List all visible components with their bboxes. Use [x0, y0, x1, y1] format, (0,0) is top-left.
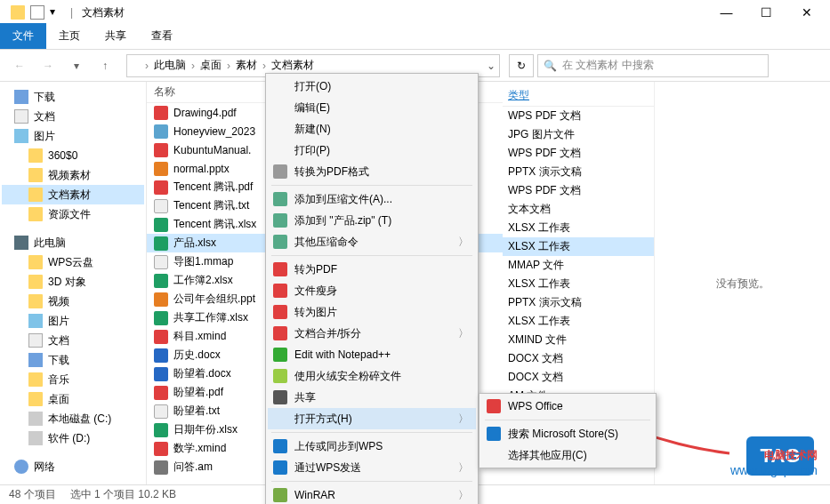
preview-empty-text: 没有预览。: [716, 276, 770, 292]
menu-item[interactable]: 搜索 Microsoft Store(S): [481, 423, 654, 444]
menu-item[interactable]: 转换为PDF格式: [268, 161, 476, 182]
menu-icon: [273, 348, 287, 362]
back-button[interactable]: ←: [7, 53, 32, 78]
address-dropdown-icon[interactable]: ⌄: [487, 60, 496, 72]
menu-item[interactable]: WinRAR〉: [268, 484, 476, 504]
tab-file[interactable]: 文件: [0, 23, 46, 49]
menu-item[interactable]: 打开(O): [268, 76, 476, 97]
menu-icon: [487, 427, 501, 441]
up-button[interactable]: ↑: [93, 53, 117, 78]
tree-item[interactable]: 图片: [2, 126, 144, 146]
file-icon: [154, 274, 168, 288]
history-dropdown[interactable]: ▾: [64, 53, 89, 78]
menu-item[interactable]: 使用火绒安全粉碎文件: [268, 365, 476, 387]
menu-item[interactable]: 其他压缩命令〉: [268, 231, 476, 252]
open-with-submenu[interactable]: WPS Office搜索 Microsoft Store(S)选择其他应用(C): [479, 393, 657, 468]
tab-view[interactable]: 查看: [139, 23, 185, 49]
tree-item[interactable]: WPS云盘: [2, 252, 144, 272]
menu-item[interactable]: 添加到 "产品.zip" (T): [268, 210, 476, 231]
file-icon: [154, 386, 168, 400]
menu-item[interactable]: 打开方式(H)〉: [268, 408, 476, 429]
folder-icon: [28, 168, 43, 182]
submenu-arrow-icon: 〉: [458, 488, 469, 503]
menu-item[interactable]: 通过WPS发送〉: [268, 457, 476, 478]
search-input[interactable]: 🔍 在 文档素材 中搜索: [537, 54, 769, 77]
menu-item[interactable]: 打印(P): [268, 140, 476, 161]
column-type[interactable]: 类型: [503, 85, 654, 107]
file-icon: [154, 404, 168, 419]
file-icon: [154, 124, 168, 139]
tree-item[interactable]: 本地磁盘 (C:): [2, 409, 144, 428]
menu-icon: [273, 164, 287, 179]
folder-icon: [28, 294, 43, 308]
tab-share[interactable]: 共享: [93, 23, 139, 49]
menu-item[interactable]: Edit with Notepad++: [268, 344, 476, 365]
qat-icon[interactable]: [30, 5, 44, 20]
breadcrumb[interactable]: 桌面: [197, 58, 225, 73]
qat-dropdown-icon[interactable]: ▾: [50, 5, 64, 20]
menu-item[interactable]: 共享: [268, 387, 476, 408]
menu-icon: [273, 488, 287, 502]
tree-item[interactable]: 网络: [2, 457, 144, 476]
file-icon: [154, 255, 168, 269]
menu-item[interactable]: WPS Office: [481, 396, 654, 417]
context-menu[interactable]: 打开(O)编辑(E)新建(N)打印(P)转换为PDF格式添加到压缩文件(A)..…: [265, 73, 479, 504]
tree-item[interactable]: 文档: [2, 331, 144, 350]
tree-item[interactable]: 文档: [2, 107, 144, 126]
menu-item[interactable]: 新建(N): [268, 118, 476, 140]
tree-item[interactable]: 软件 (D:): [2, 428, 144, 448]
menu-item[interactable]: 转为图片: [268, 301, 476, 323]
tree-item[interactable]: 视频: [2, 292, 144, 311]
type-cell: PPTX 演示文稿: [503, 163, 654, 181]
menu-item[interactable]: 添加到压缩文件(A)...: [268, 188, 476, 210]
menu-icon: [273, 460, 287, 475]
navigation-tree[interactable]: 下载文档图片360$0视频素材文档素材资源文件此电脑WPS云盘3D 对象视频图片…: [0, 82, 147, 486]
folder-icon: [28, 333, 43, 348]
menu-item[interactable]: 文件瘦身: [268, 280, 476, 301]
refresh-button[interactable]: ↻: [509, 54, 534, 77]
tree-item[interactable]: 桌面: [2, 389, 144, 409]
maximize-button[interactable]: ☐: [746, 0, 786, 25]
close-button[interactable]: ✕: [786, 0, 826, 25]
tree-item[interactable]: 下载: [2, 350, 144, 370]
tree-item[interactable]: 视频素材: [2, 165, 144, 185]
breadcrumb[interactable]: 素材: [232, 58, 261, 73]
title-bar: ▾ | 文档素材 — ☐ ✕: [0, 0, 830, 25]
type-cell: PPTX 演示文稿: [503, 293, 654, 312]
tree-item[interactable]: 文档素材: [2, 185, 144, 204]
file-icon: [154, 311, 168, 325]
search-icon: 🔍: [544, 60, 557, 72]
type-cell: DOCX 文档: [503, 368, 654, 387]
folder-icon: [28, 255, 43, 269]
tree-item[interactable]: 3D 对象: [2, 272, 144, 292]
file-icon: [154, 348, 168, 363]
folder-icon: [28, 188, 43, 202]
menu-item[interactable]: 上传或同步到WPS: [268, 436, 476, 457]
tree-item[interactable]: 图片: [2, 311, 144, 331]
tree-item[interactable]: 资源文件: [2, 204, 144, 224]
tree-item[interactable]: 音乐: [2, 370, 144, 389]
forward-button[interactable]: →: [36, 53, 60, 78]
menu-item[interactable]: 转为PDF: [268, 259, 476, 280]
breadcrumb[interactable]: 文档素材: [268, 58, 318, 73]
folder-icon: [28, 431, 43, 445]
breadcrumb[interactable]: 此电脑: [150, 58, 189, 73]
menu-icon: [273, 284, 287, 298]
menu-icon: [487, 399, 501, 413]
submenu-arrow-icon: 〉: [458, 326, 469, 341]
tab-home[interactable]: 主页: [46, 23, 93, 49]
tree-item[interactable]: 此电脑: [2, 233, 144, 252]
type-cell: WPS PDF 文档: [503, 181, 654, 200]
menu-item[interactable]: 文档合并/拆分〉: [268, 323, 476, 344]
menu-item[interactable]: 编辑(E): [268, 97, 476, 118]
file-icon: [154, 180, 168, 195]
tree-item[interactable]: 360$0: [2, 146, 144, 165]
submenu-arrow-icon: 〉: [458, 412, 469, 427]
status-selected: 选中 1 个项目 10.2 KB: [70, 487, 176, 502]
menu-item[interactable]: 选择其他应用(C): [481, 444, 654, 466]
menu-icon: [273, 369, 287, 383]
file-icon: [154, 292, 168, 307]
tree-item[interactable]: 下载: [2, 87, 144, 107]
file-icon: [154, 423, 168, 437]
minimize-button[interactable]: —: [706, 0, 746, 25]
